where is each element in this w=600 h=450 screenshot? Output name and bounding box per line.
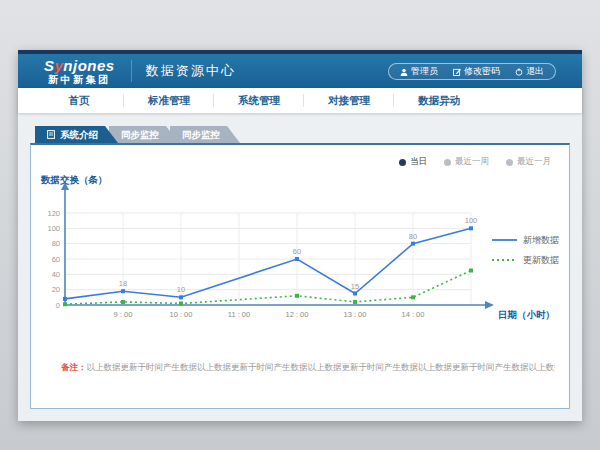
nav-item-home[interactable]: 首页 (34, 88, 124, 113)
legend-label: 更新数据 (523, 255, 559, 265)
data-point-marker (353, 300, 357, 304)
logo-main: Synjones (44, 58, 115, 73)
data-point-label: 60 (293, 247, 301, 256)
tab-sync-monitor-2[interactable]: 同步监控 (170, 126, 240, 143)
y-tick-label: 100 (47, 224, 60, 233)
nav-item-system-mgmt[interactable]: 系统管理 (214, 88, 304, 113)
data-point-marker (469, 226, 473, 230)
data-point-marker (411, 295, 415, 299)
x-tick-label: 9 : 00 (114, 310, 133, 319)
document-icon (47, 130, 55, 139)
user-label: 管理员 (411, 65, 438, 78)
x-axis-title: 日期（小时） (498, 309, 555, 321)
content-area: 系统介绍 同步监控 同步监控 当日 最近一周 (18, 113, 582, 421)
x-tick-label: 13 : 00 (344, 310, 367, 319)
power-icon (515, 68, 523, 76)
x-tick-label: 14 : 00 (402, 310, 425, 319)
nav-item-data-change[interactable]: 数据异动 (394, 88, 484, 113)
radio-label: 最近一周 (455, 156, 489, 168)
y-tick-label: 0 (56, 301, 60, 310)
data-point-marker (121, 300, 125, 304)
radio-option-last-week[interactable]: 最近一周 (444, 156, 489, 168)
x-tick-label: 11 : 00 (228, 310, 250, 319)
tab-label: 同步监控 (121, 126, 159, 143)
edit-icon (453, 68, 461, 76)
user-icon (400, 68, 408, 76)
data-point-label: 80 (409, 232, 417, 241)
x-tick-label: 12 : 00 (286, 310, 309, 319)
user-pill: 管理员 修改密码 退出 (388, 63, 556, 80)
data-point-label: 15 (351, 282, 359, 291)
line-chart: 0204060801001209 : 0010 : 0011 : 0012 : … (37, 171, 563, 339)
radio-option-today[interactable]: 当日 (399, 156, 427, 168)
radio-label: 当日 (410, 156, 427, 168)
logo-sub: 新中新集团 (44, 75, 115, 85)
main-nav: 首页 标准管理 系统管理 对接管理 数据异动 (18, 88, 582, 113)
tab-sync-monitor-1[interactable]: 同步监控 (109, 126, 179, 143)
data-point-marker (179, 295, 183, 299)
data-point-label: 18 (119, 279, 127, 288)
brand-logo[interactable]: Synjones 新中新集团 (44, 58, 115, 85)
data-point-marker (179, 301, 183, 305)
logout-button[interactable]: 退出 (515, 65, 544, 78)
radio-option-last-month[interactable]: 最近一月 (506, 156, 551, 168)
x-axis-arrow (485, 301, 494, 309)
range-filter: 当日 最近一周 最近一月 (399, 156, 551, 168)
tab-bar: 系统介绍 同步监控 同步监控 (18, 113, 582, 143)
data-point-marker (63, 297, 67, 301)
data-point-marker (353, 292, 357, 296)
data-point-marker (121, 289, 125, 293)
tab-label: 系统介绍 (60, 126, 98, 143)
radio-dot (506, 159, 513, 166)
footer-note: 备注：以上数据更新于时间产生数据以上数据更新于时间产生数据以上数据更新于时间产生… (61, 361, 555, 374)
user-button[interactable]: 管理员 (400, 65, 438, 78)
note-prefix: 备注： (61, 362, 87, 372)
change-password-label: 修改密码 (464, 65, 500, 78)
radio-dot (399, 159, 406, 166)
change-password-button[interactable]: 修改密码 (453, 65, 500, 78)
data-point-marker (411, 242, 415, 246)
x-tick-label: 10 : 00 (170, 310, 193, 319)
note-text: 以上数据更新于时间产生数据以上数据更新于时间产生数据以上数据更新于时间产生数据以… (87, 362, 556, 372)
page: Synjones 新中新集团 数据资源中心 管理员 修改密码 退出 首页 标准管… (18, 50, 582, 421)
nav-item-standard-mgmt[interactable]: 标准管理 (124, 88, 214, 113)
logout-label: 退出 (526, 65, 544, 78)
data-point-marker (295, 257, 299, 261)
y-tick-label: 80 (52, 239, 60, 248)
y-tick-label: 20 (52, 285, 60, 294)
y-tick-label: 120 (47, 209, 60, 218)
chart-wrap: 0204060801001209 : 0010 : 0011 : 0012 : … (37, 171, 563, 343)
y-axis-title: 数据交换（条） (40, 174, 108, 186)
app-title: 数据资源中心 (131, 60, 236, 82)
data-point-label: 100 (465, 216, 478, 225)
nav-item-interface-mgmt[interactable]: 对接管理 (304, 88, 394, 113)
chart-panel: 当日 最近一周 最近一月 0204060801001209 : 0010 : 0… (30, 143, 570, 409)
y-tick-label: 40 (52, 270, 60, 279)
y-tick-label: 60 (52, 255, 60, 264)
radio-dot (444, 159, 451, 166)
data-point-marker (295, 294, 299, 298)
tab-label: 同步监控 (182, 126, 220, 143)
data-point-marker (63, 302, 67, 306)
tab-system-intro[interactable]: 系统介绍 (35, 126, 118, 143)
radio-label: 最近一月 (517, 156, 551, 168)
app-header: Synjones 新中新集团 数据资源中心 管理员 修改密码 退出 (18, 50, 582, 88)
legend-label: 新增数据 (523, 235, 559, 245)
data-point-label: 10 (177, 285, 185, 294)
data-point-marker (469, 269, 473, 273)
